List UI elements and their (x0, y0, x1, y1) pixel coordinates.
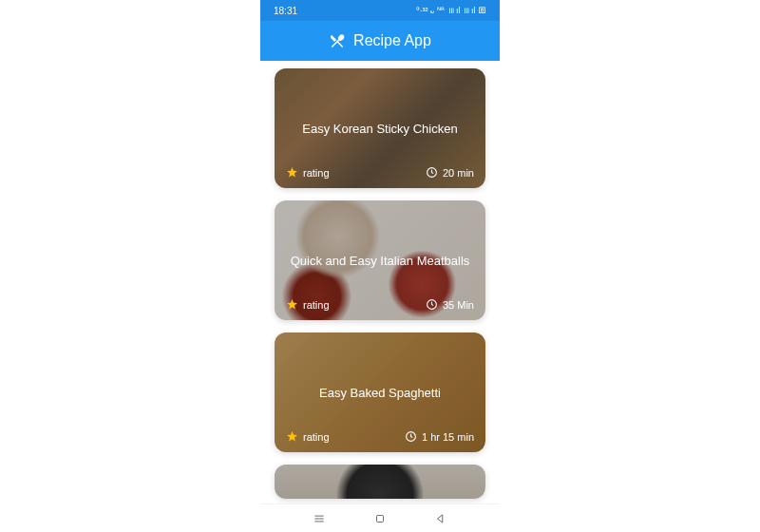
time-label: 35 Min (443, 299, 474, 311)
clock-icon (426, 298, 438, 311)
rating-block: rating (286, 166, 330, 179)
menu-icon[interactable] (313, 512, 326, 525)
status-indicators: ⁹·³² ⩊ ᴺᴿ ⫴ıl ⫴ıl ⧈ (416, 6, 486, 15)
recipe-title: Easy Baked Spaghetti (285, 386, 475, 400)
recipe-footer: rating 1 hr 15 min (286, 430, 474, 443)
recipe-list[interactable]: Easy Korean Sticky Chicken rating 20 min… (260, 61, 500, 504)
rating-block: rating (286, 298, 330, 311)
rating-label: rating (303, 431, 330, 443)
status-bar: 18:31 ⁹·³² ⩊ ᴺᴿ ⫴ıl ⫴ıl ⧈ (260, 0, 500, 21)
restaurant-icon (329, 32, 346, 49)
recipe-footer: rating 35 Min (286, 298, 474, 311)
recipe-footer: rating 20 min (286, 166, 474, 179)
star-icon (286, 430, 298, 443)
rating-label: rating (303, 299, 330, 311)
app-title: Recipe App (353, 32, 431, 49)
phone-frame: 18:31 ⁹·³² ⩊ ᴺᴿ ⫴ıl ⫴ıl ⧈ Recipe App Eas… (260, 0, 500, 532)
time-block: 20 min (426, 166, 474, 179)
status-time: 18:31 (274, 6, 297, 16)
time-block: 1 hr 15 min (405, 430, 474, 443)
recipe-card[interactable]: Quick and Easy Italian Meatballs rating … (275, 200, 485, 320)
star-icon (286, 166, 298, 179)
home-icon[interactable] (373, 512, 387, 525)
rating-label: rating (303, 167, 330, 179)
time-label: 20 min (443, 167, 474, 179)
android-nav-bar (260, 504, 500, 532)
recipe-card[interactable] (275, 465, 485, 499)
clock-icon (426, 166, 438, 179)
svg-rect-3 (377, 515, 384, 522)
clock-icon (405, 430, 417, 443)
rating-block: rating (286, 430, 330, 443)
back-icon[interactable] (434, 512, 447, 525)
time-block: 35 Min (426, 298, 474, 311)
recipe-card[interactable]: Easy Baked Spaghetti rating 1 hr 15 min (275, 332, 485, 452)
recipe-card[interactable]: Easy Korean Sticky Chicken rating 20 min (275, 68, 485, 188)
recipe-title: Easy Korean Sticky Chicken (285, 122, 475, 136)
star-icon (286, 298, 298, 311)
app-bar: Recipe App (260, 21, 500, 61)
recipe-title: Quick and Easy Italian Meatballs (285, 254, 475, 268)
time-label: 1 hr 15 min (422, 431, 474, 443)
